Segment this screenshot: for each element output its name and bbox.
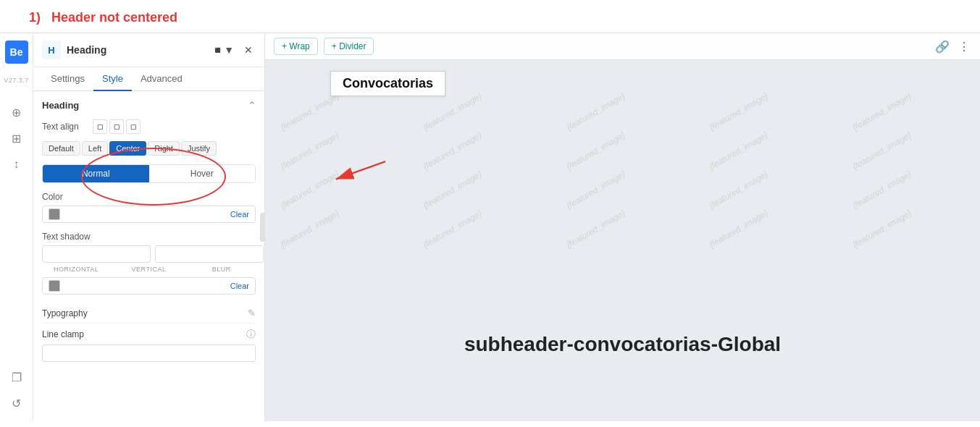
preview-toolbar: + Wrap + Divider 🔗 ⋮ — [265, 33, 980, 60]
watermark-item: {featured_image} — [408, 83, 551, 187]
svg-line-1 — [336, 161, 385, 179]
state-toggle: Normal Hover — [42, 164, 256, 183]
section-toggle-icon[interactable]: ⌃ — [248, 100, 256, 111]
typography-row[interactable]: Typography ✎ — [42, 303, 256, 324]
icon-sidebar: Be V27.3.7 ⊕ ⊞ ↕ ❐ ↺ — [0, 33, 33, 421]
panel-menu-button[interactable]: ◾▼ — [209, 43, 237, 57]
watermark-item: {featured_image} — [694, 122, 837, 227]
add-icon[interactable]: ⊕ — [9, 104, 25, 120]
watermark-item: {featured_image} — [837, 122, 980, 227]
line-clamp-row: Line clamp ⓘ — [42, 324, 256, 366]
shadow-vertical-label: VERTICAL — [114, 266, 183, 273]
panel-close-button[interactable]: ✕ — [241, 43, 256, 57]
shadow-horizontal-label: HORIZONTAL — [42, 266, 110, 273]
align-mobile-icon[interactable]: ▢ — [126, 119, 141, 134]
shadow-labels: HORIZONTAL VERTICAL BLUR — [42, 266, 256, 273]
tab-advanced[interactable]: Advanced — [132, 67, 191, 91]
element-title: Heading — [67, 44, 203, 56]
text-align-label: Text align — [42, 122, 85, 132]
watermark-item: {featured_image} — [265, 83, 409, 187]
text-shadow-label: Text shadow — [42, 232, 256, 242]
panel-header: H Heading ◾▼ ✕ — [33, 33, 264, 67]
layers-icon[interactable]: ❐ — [9, 369, 25, 385]
align-left-button[interactable]: Left — [82, 141, 108, 156]
watermark-item: {featured_image} — [551, 122, 695, 227]
tab-settings[interactable]: Settings — [42, 67, 93, 91]
state-normal-button[interactable]: Normal — [43, 165, 149, 182]
align-center-button[interactable]: Center — [109, 141, 146, 156]
color-row: Color Clear — [42, 192, 256, 223]
shadow-color-picker[interactable]: Clear — [42, 277, 256, 295]
watermark-item: {featured_image} — [551, 83, 695, 187]
align-tablet-icon[interactable]: ▢ — [109, 119, 124, 134]
preview-area: {featured_image} {featured_image} {featu… — [265, 33, 980, 421]
text-shadow-section: Text shadow HORIZONTAL VERTICAL BLUR Cle… — [42, 232, 256, 295]
panel-tabs: Settings Style Advanced — [33, 67, 264, 91]
text-align-buttons: Default Left Center Right Justify — [42, 141, 256, 156]
color-label: Color — [42, 192, 256, 202]
color-picker[interactable]: Clear — [42, 206, 256, 223]
shadow-horizontal-input[interactable] — [42, 245, 151, 263]
undo-icon[interactable]: ↺ — [9, 395, 25, 411]
settings-panel: H Heading ◾▼ ✕ Settings Style Advanced H… — [33, 33, 265, 421]
watermark-item: {featured_image} — [265, 122, 409, 227]
align-desktop-icon[interactable]: ▢ — [93, 119, 107, 134]
line-clamp-label: Line clamp — [42, 329, 84, 339]
watermark-item: {featured_image} — [694, 83, 837, 187]
watermark-item: {featured_image} — [837, 83, 980, 187]
watermark-item: {featured_image} — [837, 161, 980, 266]
subheader-text: subheader-convocatorias-Global — [265, 333, 980, 356]
panel-header-actions: ◾▼ ✕ — [209, 43, 256, 57]
shadow-vertical-input[interactable] — [155, 245, 264, 263]
align-justify-button[interactable]: Justify — [181, 141, 217, 156]
heading-section-header: Heading ⌃ — [42, 100, 256, 111]
annotation-title: 1) Header not centered — [29, 10, 177, 25]
shadow-color-swatch — [49, 280, 60, 292]
version-text: V27.3.7 — [4, 77, 29, 84]
heading-section-title: Heading — [42, 100, 79, 111]
arrows-icon[interactable]: ↕ — [9, 156, 25, 172]
watermark-item: {featured_image} — [551, 161, 695, 266]
main-layout: Be V27.3.7 ⊕ ⊞ ↕ ❐ ↺ H Heading ◾▼ ✕ Sett… — [0, 33, 980, 421]
layout-icon[interactable]: ⊞ — [9, 130, 25, 146]
shadow-clear-button[interactable]: Clear — [230, 282, 249, 290]
wrap-button[interactable]: + Wrap — [274, 38, 318, 55]
annotation-bar: 1) Header not centered — [0, 0, 980, 33]
typography-label: Typography — [42, 308, 88, 318]
color-swatch — [49, 208, 60, 220]
color-clear-button[interactable]: Clear — [230, 210, 249, 219]
align-responsive-icons: ▢ ▢ ▢ — [93, 119, 141, 134]
preview-link-icon[interactable]: 🔗 — [934, 38, 951, 55]
be-logo: Be — [5, 41, 28, 64]
line-clamp-input[interactable] — [42, 344, 256, 362]
text-align-row: Text align ▢ ▢ ▢ — [42, 119, 256, 134]
typography-edit-icon[interactable]: ✎ — [248, 308, 256, 318]
tab-style[interactable]: Style — [93, 67, 132, 91]
state-hover-button[interactable]: Hover — [149, 165, 256, 182]
preview-more-icon[interactable]: ⋮ — [957, 38, 971, 55]
divider-button[interactable]: + Divider — [324, 38, 374, 55]
panel-content: Heading ⌃ Text align ▢ ▢ ▢ Default Left … — [33, 91, 264, 421]
watermark-item: {featured_image} — [694, 161, 837, 266]
shadow-inputs — [42, 245, 256, 263]
annotation-text: Header not centered — [51, 10, 177, 25]
align-right-button[interactable]: Right — [148, 141, 180, 156]
watermark-item: {featured_image} — [408, 161, 551, 266]
watermark-item: {featured_image} — [408, 122, 551, 227]
line-clamp-info-icon[interactable]: ⓘ — [246, 328, 256, 341]
watermark-item: {featured_image} — [265, 161, 409, 266]
shadow-blur-label: BLUR — [188, 266, 256, 273]
align-default-button[interactable]: Default — [42, 141, 80, 156]
element-icon: H — [42, 41, 61, 59]
annotation-number: 1) — [29, 10, 41, 25]
heading-preview-box: Convocatorias — [330, 71, 445, 96]
panel-resize-handle[interactable] — [260, 213, 264, 242]
